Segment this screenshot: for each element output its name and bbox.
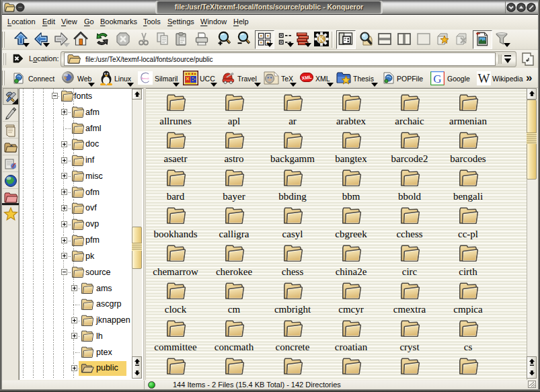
svg-text:K: K: [319, 35, 325, 43]
svg-text:W: W: [478, 71, 490, 85]
svg-text:Amrak: Amrak: [141, 77, 149, 80]
svg-text:G: G: [433, 73, 441, 85]
